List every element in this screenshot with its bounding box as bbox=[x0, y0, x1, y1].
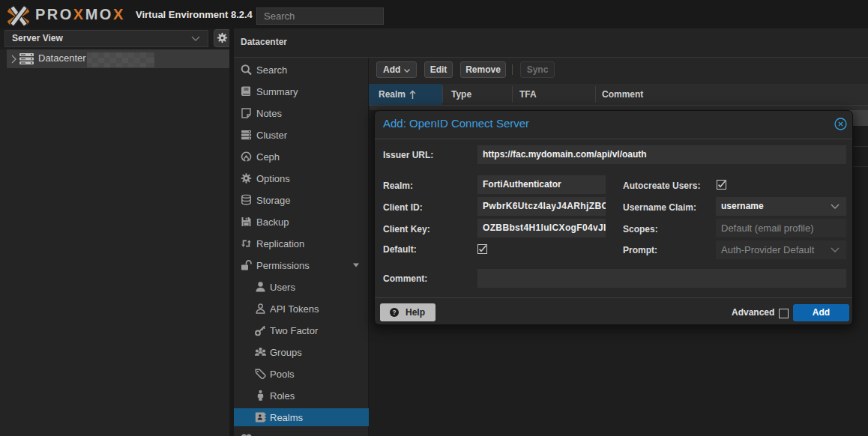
svg-text:?: ? bbox=[392, 309, 396, 316]
